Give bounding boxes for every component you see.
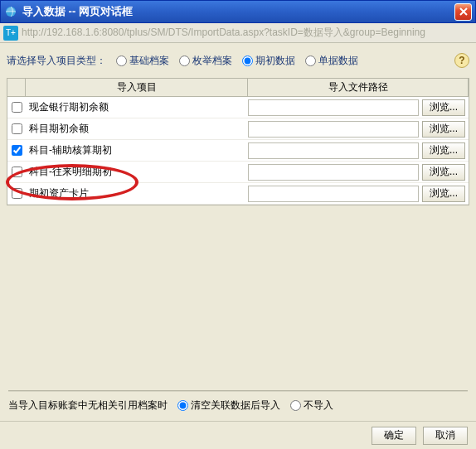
row-checkbox[interactable] — [12, 188, 22, 199]
type-selector-row: 请选择导入项目类型： 基础档案 枚举档案 期初数据 单据数据 ? — [7, 50, 469, 71]
ie-icon — [4, 5, 17, 18]
table-row: 现金银行期初余额浏览... — [7, 97, 469, 118]
row-checkbox[interactable] — [12, 102, 22, 113]
row-label: 科目-往来明细期初 — [29, 165, 112, 179]
table-row: 科目-辅助核算期初浏览... — [7, 140, 469, 162]
footer-row: 当导入目标账套中无相关引用档案时 清空关联数据后导入 不导入 — [8, 398, 468, 413]
address-bar: T+ http://192.168.1.6:8080/tplus/SM/DTS/… — [0, 23, 476, 43]
path-input[interactable] — [248, 142, 419, 159]
cancel-button[interactable]: 取消 — [423, 427, 468, 445]
row-label: 科目期初余额 — [29, 122, 89, 136]
radio-bill[interactable]: 单据数据 — [305, 54, 358, 68]
divider — [8, 390, 468, 392]
table-row: 期初资产卡片浏览... — [7, 183, 469, 205]
browse-button[interactable]: 浏览... — [422, 164, 465, 181]
type-prompt: 请选择导入项目类型： — [7, 54, 106, 68]
path-input[interactable] — [248, 186, 419, 202]
row-label: 现金银行期初余额 — [29, 100, 109, 114]
row-checkbox[interactable] — [12, 145, 22, 156]
browse-button[interactable]: 浏览... — [422, 142, 465, 159]
footer-group: 当导入目标账套中无相关引用档案时 清空关联数据后导入 不导入 — [0, 385, 476, 418]
radio-initial[interactable]: 期初数据 — [242, 54, 295, 68]
table-row: 科目期初余额浏览... — [7, 118, 469, 140]
table-row: 科目-往来明细期初浏览... — [7, 162, 469, 183]
help-icon[interactable]: ? — [454, 53, 469, 68]
radio-bill-input[interactable] — [305, 56, 316, 66]
footer-prompt: 当导入目标账套中无相关引用档案时 — [8, 398, 168, 413]
radio-skip[interactable]: 不导入 — [290, 398, 333, 413]
row-checkbox[interactable] — [12, 167, 22, 177]
radio-skip-input[interactable] — [290, 400, 301, 411]
radio-clear[interactable]: 清空关联数据后导入 — [177, 398, 280, 413]
window-title: 导入数据 -- 网页对话框 — [22, 4, 454, 19]
content-area: 请选择导入项目类型： 基础档案 枚举档案 期初数据 单据数据 ? 导入项目 导入… — [0, 43, 476, 418]
title-bar: 导入数据 -- 网页对话框 — [0, 0, 476, 23]
ok-button[interactable]: 确定 — [372, 427, 416, 445]
browse-button[interactable]: 浏览... — [422, 99, 465, 116]
col-path: 导入文件路径 — [248, 79, 469, 96]
path-input[interactable] — [248, 99, 419, 116]
browse-button[interactable]: 浏览... — [422, 121, 465, 138]
radio-enum-input[interactable] — [179, 56, 190, 66]
button-bar: 确定 取消 — [0, 421, 476, 449]
table-body: 现金银行期初余额浏览...科目期初余额浏览...科目-辅助核算期初浏览...科目… — [7, 97, 469, 205]
radio-base-input[interactable] — [116, 56, 127, 66]
col-check — [7, 79, 26, 96]
path-input[interactable] — [248, 164, 419, 181]
row-label: 期初资产卡片 — [29, 186, 89, 200]
radio-initial-input[interactable] — [242, 56, 253, 66]
radio-enum[interactable]: 枚举档案 — [179, 54, 232, 68]
path-input[interactable] — [248, 121, 419, 138]
url-text: http://192.168.1.6:8080/tplus/SM/DTS/Imp… — [22, 26, 425, 40]
browse-button[interactable]: 浏览... — [422, 186, 465, 202]
radio-base[interactable]: 基础档案 — [116, 54, 169, 68]
close-button[interactable] — [454, 3, 472, 21]
app-icon: T+ — [3, 26, 18, 41]
import-table: 导入项目 导入文件路径 现金银行期初余额浏览...科目期初余额浏览...科目-辅… — [7, 78, 469, 205]
radio-clear-input[interactable] — [177, 400, 188, 411]
col-item: 导入项目 — [26, 79, 248, 96]
table-header: 导入项目 导入文件路径 — [7, 79, 469, 97]
row-checkbox[interactable] — [12, 123, 22, 134]
row-label: 科目-辅助核算期初 — [29, 143, 112, 157]
